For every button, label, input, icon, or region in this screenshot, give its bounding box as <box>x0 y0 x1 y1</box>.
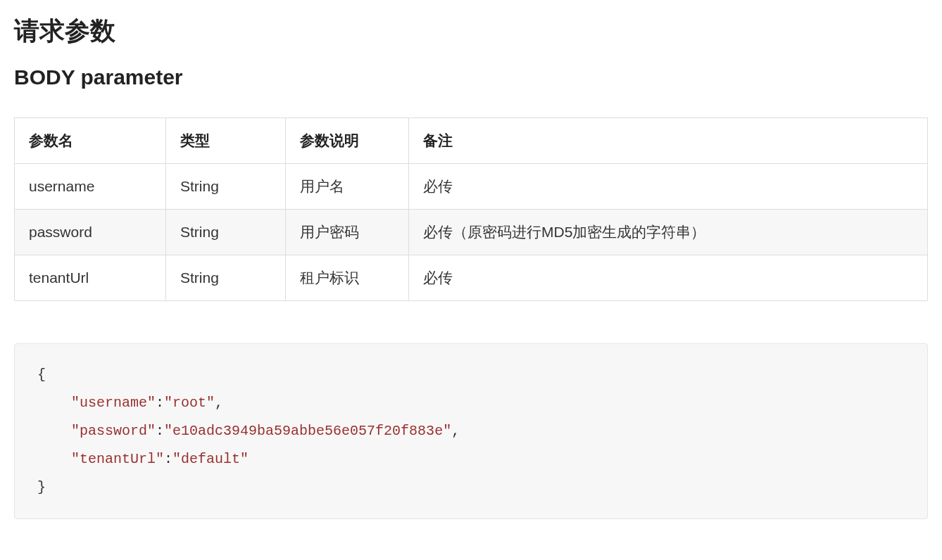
cell-type: String <box>166 210 286 255</box>
code-example: { "username":"root", "password":"e10adc3… <box>14 343 928 519</box>
parameters-table: 参数名 类型 参数说明 备注 username String 用户名 必传 pa… <box>14 117 928 301</box>
table-header-row: 参数名 类型 参数说明 备注 <box>15 118 928 164</box>
section-subheading: BODY parameter <box>14 65 928 89</box>
cell-desc: 租户标识 <box>286 255 409 301</box>
cell-type: String <box>166 164 286 210</box>
table-row: password String 用户密码 必传（原密码进行MD5加密生成的字符串… <box>15 210 928 255</box>
cell-note: 必传（原密码进行MD5加密生成的字符串） <box>409 210 928 255</box>
header-note: 备注 <box>409 118 928 164</box>
cell-name: password <box>15 210 166 255</box>
table-row: tenantUrl String 租户标识 必传 <box>15 255 928 301</box>
cell-note: 必传 <box>409 255 928 301</box>
header-type: 类型 <box>166 118 286 164</box>
cell-desc: 用户密码 <box>286 210 409 255</box>
cell-type: String <box>166 255 286 301</box>
header-name: 参数名 <box>15 118 166 164</box>
table-row: username String 用户名 必传 <box>15 164 928 210</box>
cell-note: 必传 <box>409 164 928 210</box>
cell-name: tenantUrl <box>15 255 166 301</box>
cell-desc: 用户名 <box>286 164 409 210</box>
document-container: 请求参数 BODY parameter 参数名 类型 参数说明 备注 usern… <box>14 14 928 519</box>
page-heading: 请求参数 <box>14 14 928 49</box>
cell-name: username <box>15 164 166 210</box>
header-desc: 参数说明 <box>286 118 409 164</box>
